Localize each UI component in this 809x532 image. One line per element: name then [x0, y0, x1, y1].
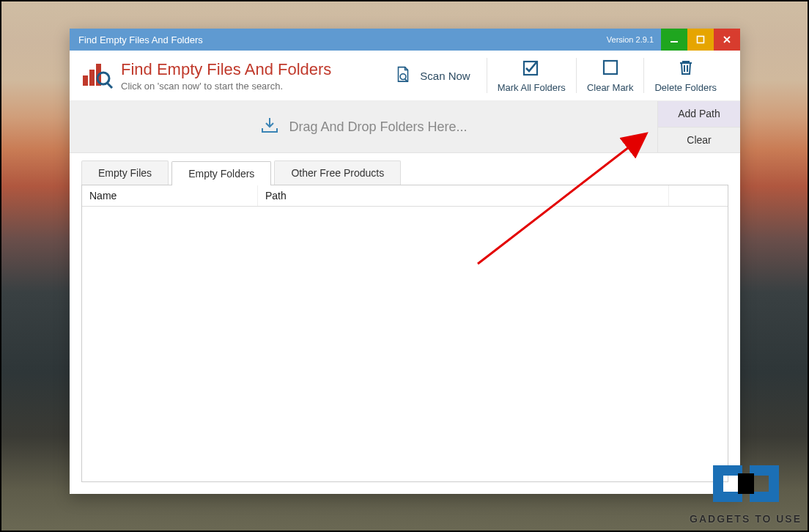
brand: Find Empty Files And Folders Click on 's…	[81, 59, 386, 92]
tab-empty-files[interactable]: Empty Files	[81, 160, 169, 185]
clear-paths-button[interactable]: Clear	[658, 128, 740, 153]
scan-now-label: Scan Now	[420, 70, 470, 82]
tab-other-free-products[interactable]: Other Free Products	[274, 160, 401, 185]
version-label: Version 2.9.1	[607, 35, 654, 44]
close-icon	[723, 35, 731, 44]
header: Find Empty Files And Folders Click on 's…	[70, 51, 740, 101]
titlebar[interactable]: Find Empty Files And Folders Version 2.9…	[70, 29, 740, 51]
trash-icon	[676, 58, 695, 79]
app-logo-icon	[81, 59, 114, 92]
watermark: GADGETS TO USE	[690, 454, 802, 525]
svg-line-6	[107, 83, 112, 88]
checkbox-empty-icon	[601, 58, 620, 79]
column-header-path[interactable]: Path	[258, 185, 669, 206]
svg-rect-0	[671, 41, 678, 43]
toolbar: Scan Now Mark All Folders Clear Mark	[386, 58, 727, 93]
window-title: Find Empty Files And Folders	[78, 34, 607, 45]
delete-folders-button[interactable]: Delete Folders	[643, 58, 727, 93]
svg-rect-3	[89, 70, 95, 86]
scan-now-button[interactable]: Scan Now	[386, 58, 486, 93]
svg-point-7	[400, 73, 406, 79]
path-buttons: Add Path Clear	[657, 101, 740, 152]
app-subtitle: Click on 'scan now' to start the search.	[121, 81, 331, 92]
clear-mark-label: Clear Mark	[587, 82, 634, 93]
results-table: Name Path	[81, 185, 728, 482]
svg-rect-1	[698, 37, 704, 43]
drop-zone[interactable]: Drag And Drop Folders Here...	[70, 101, 657, 152]
svg-rect-2	[83, 75, 88, 86]
maximize-button[interactable]	[687, 29, 714, 51]
delete-folders-label: Delete Folders	[654, 82, 717, 93]
watermark-logo-icon	[706, 454, 786, 513]
app-title: Find Empty Files And Folders	[121, 60, 331, 79]
drop-zone-label: Drag And Drop Folders Here...	[289, 119, 467, 135]
column-header-spacer	[669, 185, 728, 206]
checkbox-checked-icon	[522, 58, 541, 79]
svg-rect-12	[738, 473, 754, 494]
svg-rect-10	[604, 61, 617, 74]
close-button[interactable]	[714, 29, 740, 51]
inbox-download-icon	[259, 115, 280, 139]
minimize-icon	[670, 35, 679, 44]
clear-mark-button[interactable]: Clear Mark	[576, 58, 644, 93]
search-doc-icon	[394, 65, 413, 86]
drop-row: Drag And Drop Folders Here... Add Path C…	[70, 101, 740, 153]
minimize-button[interactable]	[661, 29, 687, 51]
mark-all-folders-button[interactable]: Mark All Folders	[487, 58, 576, 93]
brand-text: Find Empty Files And Folders Click on 's…	[121, 60, 331, 92]
watermark-text: GADGETS TO USE	[690, 513, 802, 525]
column-header-name[interactable]: Name	[82, 185, 258, 206]
mark-all-label: Mark All Folders	[498, 82, 566, 93]
add-path-button[interactable]: Add Path	[658, 101, 740, 128]
tab-empty-folders[interactable]: Empty Folders	[171, 161, 271, 185]
tabs: Empty Files Empty Folders Other Free Pro…	[70, 153, 740, 185]
maximize-icon	[696, 35, 705, 44]
app-window: Find Empty Files And Folders Version 2.9…	[70, 29, 740, 494]
table-body	[82, 207, 728, 481]
table-header: Name Path	[82, 185, 728, 207]
